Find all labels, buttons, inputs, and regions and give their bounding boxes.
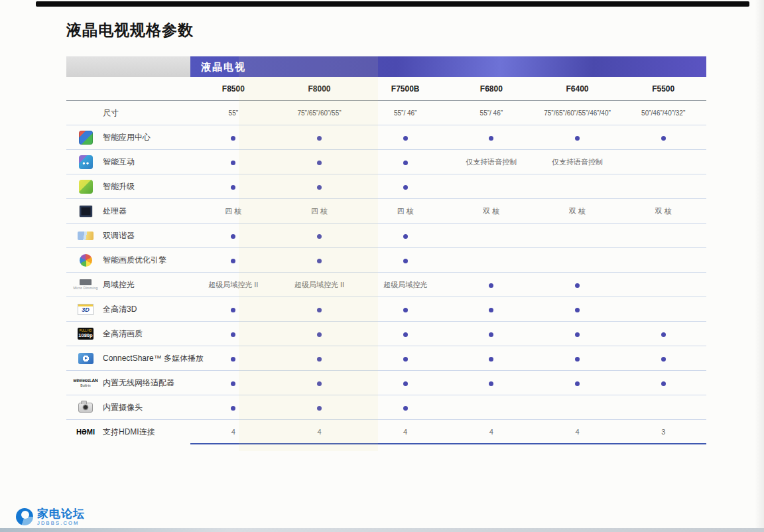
spec-cell	[362, 182, 448, 190]
feature-dot	[489, 308, 493, 312]
row-label-area: 智能升级	[66, 174, 190, 198]
spec-cell: 4	[535, 428, 621, 436]
feature-dot	[231, 357, 235, 362]
table-header-bar: 液晶电视	[66, 56, 706, 77]
spec-cell	[362, 379, 448, 387]
spec-cell	[362, 158, 448, 166]
row-label: 双调谐器	[103, 230, 135, 241]
feature-dot	[575, 332, 580, 337]
row-cells	[190, 297, 706, 321]
feature-dot	[231, 185, 235, 190]
scan-bottom-edge	[0, 528, 764, 532]
feature-dot	[489, 381, 493, 386]
model-name: F5500	[620, 84, 706, 94]
spec-cell	[620, 379, 706, 387]
spec-row: 内置摄像头	[66, 395, 706, 420]
spec-cell	[277, 232, 363, 239]
row-label: ConnectShare™ 多媒体播放	[103, 353, 204, 364]
row-label-area: HƏMI支持HDMI连接	[66, 420, 190, 444]
spec-table-body: 尺寸55”75”/65”/60”/55”55”/ 46”55”/ 46”75”/…	[66, 101, 706, 444]
spec-cell	[277, 305, 363, 313]
row-label-area: 智能互动	[66, 150, 190, 174]
model-name: F6800	[448, 84, 535, 94]
row-icon-box: 3D	[72, 304, 99, 315]
fullhd-3d-icon: 3D	[78, 304, 94, 315]
row-icon-box	[72, 232, 99, 240]
feature-dot	[661, 332, 666, 337]
row-label-area: 尺寸	[66, 101, 190, 125]
row-label-area: ConnectShare™ 多媒体播放	[66, 346, 190, 370]
smart-interaction-icon	[79, 155, 93, 169]
row-label: 智能互动	[103, 157, 135, 168]
connectshare-icon	[78, 353, 94, 364]
spec-cell	[620, 330, 706, 338]
spec-cell: 50”/46”/40”/32”	[620, 109, 706, 117]
feature-dot	[403, 406, 408, 411]
spec-cell: 超级局域控光 II	[190, 280, 277, 290]
icon-caption: 3D	[82, 307, 90, 313]
row-label: 全高清画质	[103, 328, 143, 340]
camera-icon	[78, 403, 93, 413]
spec-cell: 仅支持语音控制	[448, 157, 535, 167]
spec-cell	[535, 354, 621, 362]
site-logo-icon	[16, 508, 33, 525]
row-icon-box	[72, 155, 99, 169]
spec-cell	[190, 182, 277, 190]
spec-cell	[535, 133, 621, 141]
spec-row: HƏMI支持HDMI连接444443	[66, 420, 706, 444]
spec-cell	[190, 256, 277, 264]
feature-dot	[403, 136, 408, 141]
feature-dot	[231, 406, 235, 411]
row-label-area: 3D全高清3D	[66, 297, 190, 321]
model-name: F8500	[190, 84, 277, 94]
icon-caption: wirelessLAN	[74, 378, 98, 383]
scan-top-edge	[36, 1, 749, 7]
row-icon-box: FULL HD1080p	[72, 328, 99, 340]
row-label-area: 智能应用中心	[66, 125, 190, 149]
feature-dot	[575, 136, 580, 141]
spec-cell: 75”/65”/60”/55”	[277, 109, 363, 117]
spec-cell	[620, 354, 706, 362]
row-label-area: 智能画质优化引擎	[66, 248, 190, 272]
spec-cell	[190, 330, 277, 338]
spec-cell: 仅支持语音控制	[535, 157, 621, 167]
feature-dot	[317, 185, 322, 190]
row-label-area: FULL HD1080p全高清画质	[66, 322, 190, 346]
row-cells: 444443	[190, 420, 706, 444]
spec-cell: 4	[448, 428, 535, 436]
feature-dot	[403, 161, 408, 165]
icon-caption: 1080p	[78, 333, 92, 338]
spec-cell	[448, 330, 535, 338]
spec-cell	[277, 182, 363, 190]
spec-cell: 四 核	[190, 206, 277, 216]
spec-cell: 四 核	[362, 206, 448, 216]
row-icon-box	[72, 353, 99, 364]
spec-cell	[277, 158, 363, 166]
feature-dot	[403, 185, 408, 190]
site-logo-text: 家电论坛 JDBBS.COM	[37, 508, 85, 526]
spec-cell	[277, 379, 363, 387]
evolution-kit-icon	[79, 180, 93, 194]
row-label-area: 双调谐器	[66, 224, 190, 247]
site-logo-name: 家电论坛	[37, 508, 85, 519]
spec-cell: 55”	[190, 109, 277, 117]
row-icon-box	[72, 180, 99, 194]
feature-dot	[231, 234, 235, 239]
icon-caption: Micro Dimming	[73, 287, 97, 290]
spec-cell	[362, 305, 448, 313]
spec-cell	[448, 133, 535, 141]
row-cells	[190, 371, 706, 395]
row-label: 尺寸	[103, 107, 119, 119]
row-label-area: 处理器	[66, 199, 190, 223]
spec-cell: 55”/ 46”	[362, 109, 448, 117]
feature-dot	[661, 357, 666, 362]
feature-dot	[661, 381, 666, 386]
feature-dot	[317, 406, 322, 411]
feature-dot	[317, 136, 322, 141]
row-icon-box: wirelessLANBuilt-in	[72, 378, 99, 387]
feature-dot	[403, 332, 408, 337]
feature-dot	[489, 283, 493, 288]
feature-dot	[317, 332, 322, 337]
spec-cell	[277, 256, 363, 264]
row-cells: 四 核四 核四 核双 核双 核双 核	[190, 199, 706, 223]
